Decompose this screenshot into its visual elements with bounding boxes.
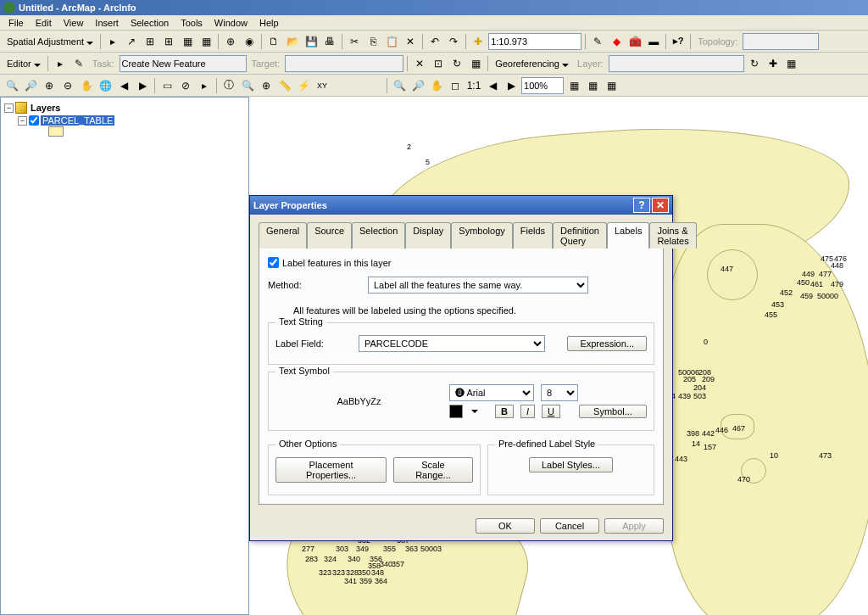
fixed-zoom-out-icon[interactable]: ⊖ [59,77,76,94]
intersect-icon[interactable]: ✕ [411,55,428,72]
print-icon[interactable]: 🖶 [321,33,338,50]
zoom-icon[interactable]: ⊕ [222,33,239,50]
open-icon[interactable]: 📂 [284,33,301,50]
tab-display[interactable]: Display [405,222,451,249]
pan-icon[interactable]: ✋ [78,77,95,94]
back-icon[interactable]: ◀ [115,77,132,94]
identify2-icon[interactable]: ⓘ [220,77,237,94]
scale-range-button[interactable]: Scale Range... [393,457,473,483]
layer-symbol-swatch[interactable] [48,126,64,137]
attrib2-icon[interactable]: ▦ [467,55,484,72]
editor-menu[interactable]: Editor [3,59,44,69]
zoom-out-icon[interactable]: 🔎 [22,77,39,94]
underline-button[interactable]: U [542,405,560,418]
label-features-checkbox[interactable] [268,257,279,268]
font-combo[interactable]: 🅞 Arial [449,384,534,401]
cancel-button[interactable]: Cancel [540,518,599,534]
layout-back-icon[interactable]: ◀ [484,77,501,94]
gotoxy-icon[interactable]: ⊕ [258,77,275,94]
layer-combo[interactable] [609,55,744,72]
chevron-down-icon[interactable] [471,410,478,413]
paste-icon[interactable]: 📋 [383,33,400,50]
links-table-icon[interactable]: ▦ [198,33,214,50]
help-button[interactable]: ? [633,198,650,213]
attrib-icon[interactable]: ▦ [179,33,196,50]
tree-root-layers[interactable]: − Layers [4,101,245,115]
clear-selection-icon[interactable]: ⊘ [177,77,194,94]
zoom-in-icon[interactable]: 🔍 [3,77,20,94]
apply-button[interactable]: Apply [604,518,664,534]
new-icon[interactable]: 🗋 [265,33,282,50]
georef-links-icon[interactable]: ✚ [765,55,782,72]
undo-icon[interactable]: ↶ [426,33,443,50]
layout-full-icon[interactable]: ◻ [447,77,464,94]
select-elements-icon[interactable]: ▸ [196,77,213,94]
link-icon[interactable]: ↗ [123,33,140,50]
edit-tool-icon[interactable]: ▸ [52,55,69,72]
label-field-combo[interactable]: PARCELCODE [359,335,545,352]
placement-properties-button[interactable]: Placement Properties... [275,457,387,483]
layout-100-icon[interactable]: 1:1 [465,77,482,94]
layout-zoom-out-icon[interactable]: 🔎 [409,77,426,94]
toolbox-icon[interactable]: 🧰 [626,33,643,50]
italic-button[interactable]: I [520,405,535,418]
identify-icon[interactable]: ◉ [241,33,258,50]
close-button[interactable]: ✕ [652,198,669,213]
arccatalog-icon[interactable]: ◆ [608,33,625,50]
georeferencing-menu[interactable]: Georeferencing [492,59,572,69]
menu-file[interactable]: File [3,17,29,29]
collapse-icon[interactable]: − [18,116,27,126]
bold-button[interactable]: B [495,405,514,418]
rotate-icon[interactable]: ↻ [448,55,465,72]
menu-tools[interactable]: Tools [175,17,208,29]
tab-joins-relates[interactable]: Joins & Relates [649,222,696,249]
change-layout-icon[interactable]: ▦ [603,77,620,94]
add-data-icon[interactable]: ✚ [470,33,487,50]
font-size-combo[interactable]: 8 [541,384,578,401]
forward-icon[interactable]: ▶ [134,77,151,94]
tab-symbology[interactable]: Symbology [451,222,512,249]
fixed-zoom-in-icon[interactable]: ⊕ [41,77,58,94]
tab-source[interactable]: Source [307,222,352,249]
copy-icon[interactable]: ⎘ [364,33,381,50]
redo-icon[interactable]: ↷ [445,33,462,50]
layer-name-label[interactable]: PARCEL_TABLE [41,115,114,126]
layout-pan-icon[interactable]: ✋ [428,77,445,94]
tab-fields[interactable]: Fields [513,222,553,249]
cut-icon[interactable]: ✂ [346,33,363,50]
focus-data-frame-icon[interactable]: ▦ [584,77,601,94]
label-styles-button[interactable]: Label Styles... [529,457,613,472]
menu-view[interactable]: View [58,17,89,29]
sketch-tool-icon[interactable]: ✎ [70,55,87,72]
select-features-icon[interactable]: ▭ [159,77,175,94]
tab-selection[interactable]: Selection [352,222,405,249]
measure-icon[interactable]: 📏 [276,77,293,94]
symbol-button[interactable]: Symbol... [579,405,647,418]
target-combo[interactable] [285,55,403,72]
font-color-swatch[interactable] [449,405,463,418]
georef-rotate-icon[interactable]: ↻ [746,55,763,72]
pointer-icon[interactable]: ▸ [104,33,121,50]
layout-zoom-in-icon[interactable]: 🔍 [391,77,408,94]
menu-window[interactable]: Window [209,17,253,29]
menu-help[interactable]: Help [254,17,284,29]
menu-insert[interactable]: Insert [90,17,124,29]
full-extent-icon[interactable]: 🌐 [97,77,114,94]
menu-edit[interactable]: Edit [31,17,57,29]
toggle-draft-icon[interactable]: ▦ [565,77,582,94]
tab-labels[interactable]: Labels [607,222,649,249]
whats-this-icon[interactable]: ▸? [670,33,687,50]
layout-fwd-icon[interactable]: ▶ [503,77,520,94]
table-of-contents[interactable]: − Layers − PARCEL_TABLE [0,97,249,615]
find-icon[interactable]: 🔍 [239,77,256,94]
layout-zoom-combo[interactable] [521,77,564,94]
expression-button[interactable]: Expression... [567,336,647,351]
tree-layer-parcel[interactable]: − PARCEL_TABLE [4,115,245,126]
ok-button[interactable]: OK [476,518,535,534]
split-icon[interactable]: ⊡ [430,55,447,72]
spatial-adjustment-menu[interactable]: Spatial Adjustment [3,36,97,47]
tab-general[interactable]: General [259,222,307,249]
georef-table-icon[interactable]: ▦ [783,55,800,72]
save-icon[interactable]: 💾 [303,33,320,50]
rubber-sheet-icon[interactable]: ⊞ [142,33,159,50]
